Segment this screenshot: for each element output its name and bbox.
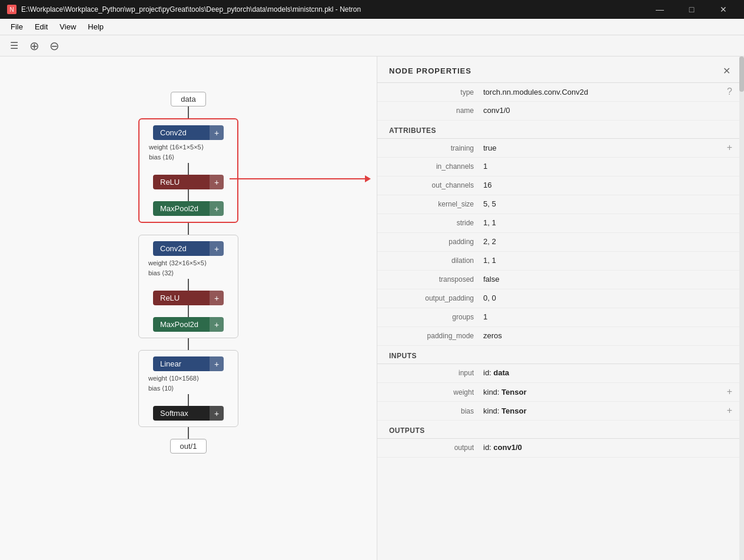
prop-row-bias: bias kind: Tensor + bbox=[377, 402, 744, 421]
connector-5 bbox=[188, 305, 189, 317]
maximize-button[interactable]: □ bbox=[678, 0, 705, 19]
arrow-head bbox=[365, 175, 371, 182]
inputs-section-header: INPUTS bbox=[377, 346, 744, 364]
linear-plus[interactable]: + bbox=[210, 356, 224, 371]
scrollbar-track bbox=[739, 56, 744, 560]
menu-help[interactable]: Help bbox=[82, 20, 109, 34]
prop-row-dilation: dilation 1, 1 bbox=[377, 252, 744, 271]
connector-6 bbox=[188, 394, 189, 406]
softmax-plus[interactable]: + bbox=[210, 406, 224, 421]
prop-row-weight: weight kind: Tensor + bbox=[377, 383, 744, 402]
block3-container: Linear + weight ⟨10×1568⟩ bias ⟨10⟩ Soft… bbox=[138, 350, 238, 427]
softmax-node[interactable]: Softmax + bbox=[153, 406, 224, 421]
zoom-in-button[interactable]: ⊕ bbox=[26, 38, 42, 54]
titlebar: N E:\Workplace\Workplace_Python\wp_proje… bbox=[0, 0, 744, 19]
minimize-button[interactable]: — bbox=[646, 0, 673, 19]
maxpool-plus-1[interactable]: + bbox=[210, 201, 224, 216]
conv2d-attrs-1: weight ⟨16×1×5×5⟩ bias ⟨16⟩ bbox=[148, 140, 205, 163]
properties-title: NODE PROPERTIES bbox=[389, 66, 471, 75]
block1-container: Conv2d + weight ⟨16×1×5×5⟩ bias ⟨16⟩ ReL… bbox=[138, 118, 238, 223]
conv2d-plus-1[interactable]: + bbox=[210, 125, 224, 140]
arrow-line bbox=[230, 178, 365, 179]
prop-row-type: type torch.nn.modules.conv.Conv2d ? bbox=[377, 83, 744, 102]
list-button[interactable]: ☰ bbox=[6, 38, 22, 54]
linear-attrs: weight ⟨10×1568⟩ bias ⟨10⟩ bbox=[147, 371, 200, 394]
titlebar-left: N E:\Workplace\Workplace_Python\wp_proje… bbox=[7, 5, 361, 14]
zoom-out-button[interactable]: ⊖ bbox=[46, 38, 62, 54]
titlebar-controls: — □ ✕ bbox=[646, 0, 737, 19]
prop-key-type: type bbox=[389, 87, 483, 96]
properties-panel: NODE PROPERTIES ✕ type torch.nn.modules.… bbox=[377, 56, 744, 560]
maxpool-plus-2[interactable]: + bbox=[210, 317, 224, 332]
out-node[interactable]: out/1 bbox=[170, 439, 207, 454]
prop-row-training: training true + bbox=[377, 139, 744, 158]
menubar: File Edit View Help bbox=[0, 19, 744, 35]
prop-key-name: name bbox=[389, 105, 483, 115]
attributes-section-header: ATTRIBUTES bbox=[377, 121, 744, 139]
prop-val-groups: 1 bbox=[483, 312, 732, 321]
prop-row-transposed: transposed false bbox=[377, 271, 744, 289]
relu-node-1[interactable]: ReLU + bbox=[153, 175, 224, 189]
prop-row-groups: groups 1 bbox=[377, 308, 744, 327]
prop-plus-weight[interactable]: + bbox=[722, 386, 732, 397]
prop-row-stride: stride 1, 1 bbox=[377, 214, 744, 233]
menu-file[interactable]: File bbox=[5, 20, 29, 34]
maxpool-label-1: MaxPool2d bbox=[153, 201, 210, 216]
prop-val-in-channels: 1 bbox=[483, 162, 732, 171]
close-button[interactable]: ✕ bbox=[710, 0, 737, 19]
linear-node[interactable]: Linear + bbox=[153, 356, 224, 371]
prop-row-input: input id: data bbox=[377, 364, 744, 383]
prop-row-padding: padding 2, 2 bbox=[377, 233, 744, 252]
relu-node-2[interactable]: ReLU + bbox=[153, 291, 224, 305]
graph-panel: data Conv2d + weight ⟨16×1×5×5⟩ bias ⟨16… bbox=[0, 56, 377, 560]
relu-label-1: ReLU bbox=[153, 175, 210, 189]
relu-label-2: ReLU bbox=[153, 291, 210, 305]
block2-container: Conv2d + weight ⟨32×16×5×5⟩ bias ⟨32⟩ Re… bbox=[138, 235, 238, 338]
prop-key-transposed: transposed bbox=[389, 274, 483, 284]
conv2d-node-1[interactable]: Conv2d + bbox=[153, 125, 224, 140]
prop-key-output: output bbox=[389, 442, 483, 452]
conv2d-plus-2[interactable]: + bbox=[210, 241, 224, 256]
conv2d-weight-2: weight ⟨32×16×5×5⟩ bbox=[148, 258, 207, 268]
prop-key-training: training bbox=[389, 143, 483, 152]
prop-val-weight: kind: Tensor bbox=[483, 388, 722, 396]
prop-key-in-channels: in_channels bbox=[389, 161, 483, 171]
red-arrow bbox=[230, 175, 371, 182]
prop-val-bias: kind: Tensor bbox=[483, 406, 722, 415]
prop-question-type[interactable]: ? bbox=[722, 86, 732, 97]
maxpool-node-1[interactable]: MaxPool2d + bbox=[153, 201, 224, 216]
prop-plus-bias[interactable]: + bbox=[722, 405, 732, 416]
connector-1 bbox=[188, 106, 189, 118]
menu-edit[interactable]: Edit bbox=[29, 20, 54, 34]
prop-key-out-channels: out_channels bbox=[389, 180, 483, 189]
prop-row-output: output id: conv1/0 bbox=[377, 439, 744, 458]
prop-val-stride: 1, 1 bbox=[483, 218, 732, 227]
window-title: E:\Workplace\Workplace_Python\wp_project… bbox=[21, 5, 361, 14]
menu-view[interactable]: View bbox=[54, 20, 82, 34]
maxpool-node-2[interactable]: MaxPool2d + bbox=[153, 317, 224, 332]
relu-plus-1[interactable]: + bbox=[210, 175, 224, 189]
app-icon: N bbox=[7, 5, 16, 14]
data-node-group: data bbox=[171, 92, 205, 118]
prop-key-padding-mode: padding_mode bbox=[389, 331, 483, 340]
prop-plus-training[interactable]: + bbox=[722, 142, 732, 153]
prop-row-name: name conv1/0 bbox=[377, 102, 744, 121]
prop-key-padding: padding bbox=[389, 236, 483, 246]
prop-row-in-channels: in_channels 1 bbox=[377, 158, 744, 176]
conv2d-label-1: Conv2d bbox=[153, 125, 210, 140]
data-node[interactable]: data bbox=[171, 92, 205, 106]
prop-val-output: id: conv1/0 bbox=[483, 443, 732, 452]
toolbar: ☰ ⊕ ⊖ bbox=[0, 35, 744, 56]
prop-row-output-padding: output_padding 0, 0 bbox=[377, 289, 744, 308]
conv2d-bias-2: bias ⟨32⟩ bbox=[148, 268, 207, 278]
properties-close-button[interactable]: ✕ bbox=[720, 65, 732, 76]
conv2d-node-2[interactable]: Conv2d + bbox=[153, 241, 224, 256]
relu-plus-2[interactable]: + bbox=[210, 291, 224, 305]
prop-val-transposed: false bbox=[483, 275, 732, 284]
prop-key-stride: stride bbox=[389, 218, 483, 227]
linear-bias: bias ⟨10⟩ bbox=[148, 384, 199, 394]
connector-2 bbox=[188, 163, 189, 175]
prop-val-training: true bbox=[483, 144, 722, 152]
connector-3 bbox=[188, 189, 189, 201]
scrollbar-thumb[interactable] bbox=[739, 56, 744, 92]
